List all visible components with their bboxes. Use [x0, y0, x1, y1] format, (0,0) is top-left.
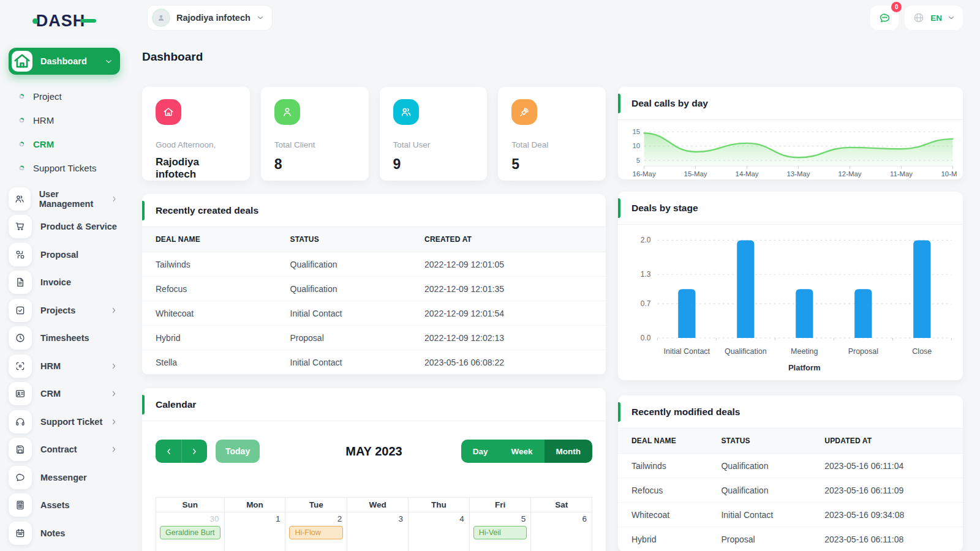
globe-icon: [913, 12, 925, 24]
column-header: CREATED AT: [411, 227, 606, 252]
calendar-day-cell[interactable]: 2Hi-Flow: [285, 512, 347, 551]
sidebar-item-user-management[interactable]: User Management: [0, 185, 129, 213]
calendar-event[interactable]: Hi-Flow: [289, 526, 343, 539]
sidebar-item-timesheets[interactable]: Timesheets: [0, 324, 129, 353]
table-row: WhitecoatInitial Contact2023-05-16 09:34…: [618, 503, 963, 527]
table-cell: Initial Contact: [277, 301, 412, 326]
day-number: 2: [285, 512, 347, 523]
table-cell: Proposal: [277, 326, 412, 350]
table-cell: Hybrid: [142, 326, 277, 350]
chevron-right-icon: [110, 390, 118, 397]
table-row: StellaInitial Contact2023-05-16 06:08:22: [142, 350, 606, 375]
calendar-day-cell[interactable]: 30Geraldine Burt: [156, 512, 225, 551]
scan-icon: [9, 354, 32, 378]
stat-card-total-deal: Total Deal5: [498, 87, 606, 181]
calendar-view-day[interactable]: Day: [461, 440, 500, 463]
sidebar-item-notes[interactable]: Notes: [0, 519, 129, 547]
chevron-right-icon: [110, 418, 118, 425]
sidebar-item-label: HRM: [40, 361, 61, 371]
calendar-day-cell[interactable]: 1: [224, 512, 285, 551]
language-selector[interactable]: EN: [905, 6, 963, 30]
sidebar-subitem-support-tickets[interactable]: Support Tickets: [0, 156, 129, 180]
sidebar-item-crm[interactable]: CRM: [0, 380, 129, 408]
home-icon: [12, 51, 32, 72]
sidebar-item-dashboard[interactable]: Dashboard: [9, 48, 120, 75]
calendar-view-week[interactable]: Week: [499, 440, 544, 463]
recently-created-deals-card: Recently created deals DEAL NAMESTATUSCR…: [142, 194, 606, 375]
calculator-icon: [9, 493, 32, 517]
table-cell: Whitecoat: [618, 503, 707, 527]
card-title: Recently created deals: [142, 194, 606, 227]
calendar-day-cell[interactable]: 4: [409, 512, 470, 551]
calendar-day-cell[interactable]: 5Hi-Veil: [469, 512, 531, 551]
table-cell: Initial Contact: [277, 350, 412, 375]
table-cell: Whitecoat: [142, 301, 277, 326]
sidebar-item-projects[interactable]: Projects: [0, 296, 129, 324]
sidebar-subitem-project[interactable]: Project: [0, 84, 129, 108]
table-cell: 2023-05-16 06:08:22: [411, 350, 606, 375]
svg-text:13-May: 13-May: [787, 170, 810, 178]
day-number: 4: [409, 512, 469, 523]
calendar-day-header: Fri: [469, 498, 531, 512]
svg-text:16-May: 16-May: [633, 170, 656, 178]
sidebar-item-messenger[interactable]: Messenger: [0, 463, 129, 492]
calendar-today-button[interactable]: Today: [216, 440, 260, 463]
bullet-ring-icon: [19, 118, 24, 123]
users-icon: [393, 99, 419, 125]
logo-dot-icon: [32, 18, 38, 24]
bar-chart-xlabel: Platform: [788, 363, 821, 372]
table-cell: Qualification: [277, 252, 412, 277]
calendar-day-cell[interactable]: 3: [347, 512, 409, 551]
logo-text: DASH: [36, 12, 86, 31]
bullet-ring-icon: [19, 165, 24, 171]
table-cell: 2022-12-09 12:01:35: [411, 277, 606, 301]
logo[interactable]: DASH: [0, 9, 129, 33]
sidebar-subitem-crm[interactable]: CRM: [0, 132, 129, 156]
bar-meeting[interactable]: [796, 289, 813, 338]
table-cell: 2023-05-16 06:11:08: [811, 527, 963, 551]
sidebar-item-label: Invoice: [40, 277, 71, 287]
bar-close[interactable]: [913, 240, 930, 338]
sidebar-item-hrm[interactable]: HRM: [0, 352, 129, 380]
table-cell: Proposal: [707, 527, 811, 551]
table-row: RefocusQualification2022-12-09 12:01:35: [142, 277, 606, 301]
main-area: Rajodiya infotech 0 EN Dashboard Good Af…: [129, 0, 980, 551]
calendar-event[interactable]: Hi-Veil: [473, 526, 527, 539]
calendar-prev-button[interactable]: [156, 440, 181, 463]
sidebar-subitem-hrm[interactable]: HRM: [0, 108, 129, 132]
messages-button[interactable]: 0: [870, 6, 899, 30]
table-cell: Tailwinds: [618, 454, 707, 478]
bar-initial-contact[interactable]: [678, 289, 695, 338]
sidebar-item-proposal[interactable]: Proposal: [0, 241, 129, 269]
calendar-view-month[interactable]: Month: [545, 440, 592, 463]
sidebar-item-product-service[interactable]: Product & Service: [0, 213, 129, 241]
bar-qualification[interactable]: [737, 240, 754, 338]
table-row: HybridProposal2023-05-16 06:11:08: [618, 527, 963, 551]
stats-row: Good Afternoon,Rajodiya infotechTotal Cl…: [142, 87, 606, 181]
calendar-card: Calendar Today MAY 2023 DayWeekMonth Sun…: [142, 388, 606, 551]
table-cell: 2023-05-16 06:11:09: [811, 478, 963, 503]
sidebar-item-invoice[interactable]: Invoice: [0, 269, 129, 297]
svg-text:0.0: 0.0: [641, 334, 651, 342]
calendar-day-cell[interactable]: 6: [531, 512, 592, 551]
svg-text:Initial Contact: Initial Contact: [664, 347, 710, 356]
table-row: WhitecoatInitial Contact2022-12-09 12:01…: [142, 301, 606, 326]
bar-proposal[interactable]: [854, 289, 872, 338]
table-cell: 2023-05-16 06:11:04: [811, 454, 963, 478]
calendar-next-button[interactable]: [181, 440, 207, 463]
svg-text:12-May: 12-May: [839, 170, 862, 178]
calendar-event[interactable]: Geraldine Burt: [160, 526, 221, 539]
table-cell: 2022-12-09 12:01:54: [411, 301, 606, 326]
sidebar-item-assets[interactable]: Assets: [0, 492, 129, 520]
svg-text:1.3: 1.3: [641, 270, 651, 279]
company-selector[interactable]: Rajodiya infotech: [147, 5, 273, 31]
day-number: 1: [225, 512, 285, 523]
recently-modified-deals-table: DEAL NAMESTATUSUPDATED ATTailwindsQualif…: [618, 429, 963, 551]
users-icon: [9, 187, 31, 211]
table-cell: Hybrid: [618, 527, 707, 551]
sidebar-item-contract[interactable]: Contract: [0, 436, 129, 464]
recently-created-deals-table: DEAL NAMESTATUSCREATED ATTailwindsQualif…: [142, 227, 606, 375]
svg-text:2.0: 2.0: [641, 236, 651, 244]
sidebar-item-support-ticket[interactable]: Support Ticket: [0, 408, 129, 436]
svg-text:5: 5: [636, 157, 640, 164]
